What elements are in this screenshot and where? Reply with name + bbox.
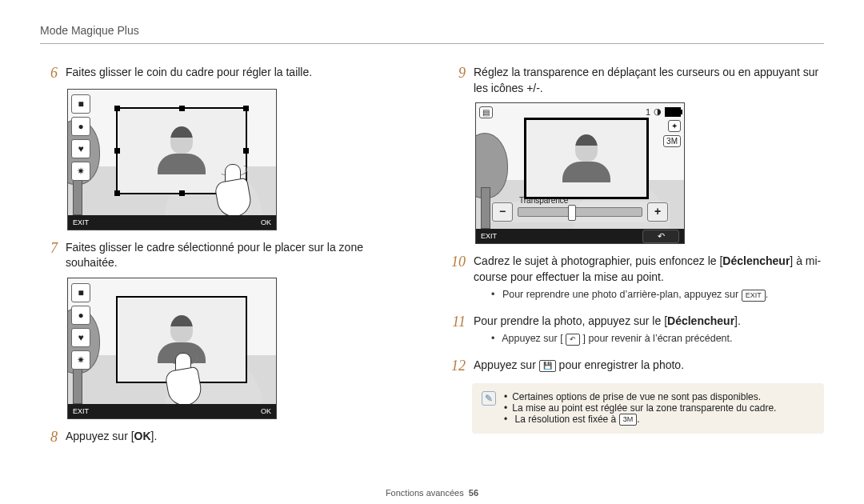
transparency-label: Transparence: [519, 196, 568, 205]
step-9-number: 9: [448, 65, 466, 82]
note-box: ✎ Certaines options de prise de vue ne s…: [472, 383, 824, 434]
step-8-number: 8: [40, 429, 58, 446]
step-6-number: 6: [40, 65, 58, 82]
note-icon: ✎: [482, 391, 496, 406]
ok-label: OK: [261, 218, 271, 226]
screenshot-transparency: ▤ 1 ◑ ✦ 3M − Transparen: [475, 102, 685, 244]
shape-heart-icon: ♥: [71, 139, 90, 158]
step-6: 6 Faites glisser le coin du cadre pour r…: [40, 65, 416, 82]
size-3m-icon: 3M: [663, 135, 681, 147]
step-12: 12 Appuyez sur 💾 pour enregistrer la pho…: [448, 358, 824, 375]
battery-icon: [665, 107, 681, 117]
plus-button[interactable]: +: [647, 202, 668, 222]
footer: Fonctions avancées 56: [0, 488, 864, 498]
shape-puzzle-icon: ✷: [71, 350, 90, 370]
step-11-number: 11: [448, 314, 466, 331]
note-bullet-3: La résolution est fixée à 3M.: [504, 414, 776, 426]
shape-puzzle-icon: ✷: [71, 162, 90, 181]
exit-label: EXIT: [73, 407, 89, 415]
step-6-text: Faites glisser le coin du cadre pour rég…: [66, 65, 416, 81]
shape-circle-icon: ●: [71, 117, 90, 136]
left-column: 6 Faites glisser le coin du cadre pour r…: [40, 60, 416, 450]
step-11-bullet: Appuyez sur [ ↶ ] pour revenir à l’écran…: [491, 332, 824, 346]
step-8: 8 Appuyez sur [OK].: [40, 429, 416, 446]
screenshot-move-frame: ■ ● ♥ ✷ EXIT OK: [67, 278, 277, 419]
screenshot-resize-frame: ■ ● ♥ ✷ EXIT OK: [67, 89, 277, 230]
note-bullet-2: La mise au point est réglée sur la zone …: [504, 402, 776, 414]
divider: [40, 43, 824, 44]
page-title: Mode Magique Plus: [40, 24, 824, 37]
step-7-number: 7: [40, 240, 58, 258]
exit-chip-icon: EXIT: [742, 290, 766, 302]
step-7: 7 Faites glisser le cadre sélectionné po…: [40, 240, 416, 271]
exit-label: EXIT: [73, 218, 89, 226]
step-8-text: Appuyez sur [OK].: [66, 429, 416, 445]
resolution-3m-icon: 3M: [619, 414, 638, 426]
magic-wand-icon: ✦: [668, 120, 681, 132]
step-11-text: Pour prendre la photo, appuyez sur le [D…: [474, 314, 741, 327]
step-10-number: 10: [448, 254, 466, 271]
step-10-bullet: Pour reprendre une photo d’arrière-plan,…: [491, 288, 824, 302]
step-11: 11 Pour prendre la photo, appuyez sur le…: [448, 314, 824, 353]
step-12-number: 12: [448, 358, 466, 375]
right-column: 9 Réglez la transparence en déplaçant le…: [448, 60, 824, 450]
step-7-text: Faites glisser le cadre sélectionné pour…: [66, 240, 416, 271]
step-9: 9 Réglez la transparence en déplaçant le…: [448, 65, 824, 96]
shape-square-icon: ■: [71, 94, 90, 114]
transparency-slider[interactable]: [518, 207, 642, 217]
step-9-text: Réglez la transparence en déplaçant les …: [474, 65, 824, 96]
step-10-text: Cadrez le sujet à photographier, puis en…: [474, 254, 821, 283]
back-chip-icon: ↶: [566, 334, 580, 346]
save-chip-icon: 💾: [539, 360, 556, 372]
count-label: 1: [646, 107, 650, 117]
exit-label: EXIT: [481, 232, 497, 240]
shape-square-icon: ■: [71, 283, 90, 302]
shape-heart-icon: ♥: [71, 328, 90, 347]
minus-button[interactable]: −: [492, 202, 513, 222]
step-12-text: Appuyez sur 💾 pour enregistrer la photo.: [474, 358, 824, 374]
ok-label: OK: [261, 407, 271, 415]
film-icon: ▤: [479, 106, 493, 118]
note-bullet-1: Certaines options de prise de vue ne son…: [504, 391, 776, 402]
step-10: 10 Cadrez le sujet à photographier, puis…: [448, 254, 824, 309]
shape-circle-icon: ●: [71, 306, 90, 325]
back-icon: ↶: [642, 230, 679, 243]
